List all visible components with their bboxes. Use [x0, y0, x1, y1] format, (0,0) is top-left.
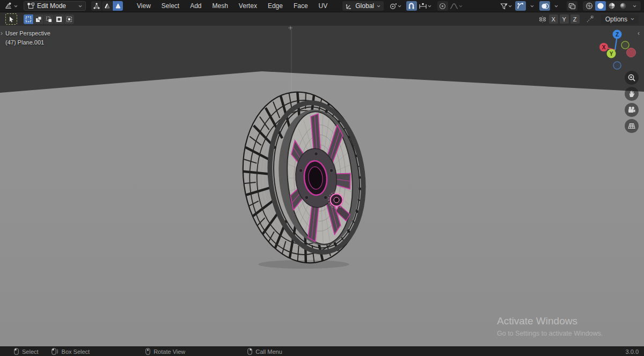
- overlays-dropdown[interactable]: [551, 1, 561, 11]
- select-extend-button[interactable]: [34, 14, 43, 24]
- mouse-middle-icon: [145, 348, 150, 355]
- edit-mode-icon: [27, 3, 34, 10]
- chevron-down-icon: [428, 5, 431, 8]
- menu-select[interactable]: Select: [156, 1, 185, 11]
- pan-button[interactable]: [625, 87, 639, 101]
- falloff-curve-icon: [450, 3, 458, 10]
- select-invert-icon: [56, 16, 62, 23]
- shading-rendered-button[interactable]: [618, 1, 628, 11]
- shading-dropdown[interactable]: [629, 1, 640, 11]
- edge-select-button[interactable]: [102, 1, 112, 11]
- object-visibility-dropdown[interactable]: [499, 1, 513, 11]
- mirror-z-button[interactable]: Z: [570, 14, 580, 24]
- status-box-select: Box Select: [52, 348, 90, 355]
- select-set-icon: [25, 16, 32, 23]
- navigation-gizmo[interactable]: Z X Y: [596, 29, 639, 72]
- select-extend-icon: [35, 16, 42, 23]
- axis-z-negative-ball[interactable]: [613, 62, 621, 69]
- hand-icon: [627, 90, 636, 98]
- menu-vertex[interactable]: Vertex: [233, 1, 262, 11]
- snap-toggle-button[interactable]: [406, 1, 417, 11]
- editor-3d-viewport-icon: [5, 2, 13, 10]
- viewport-canvas[interactable]: › ‹ User Perspective (47) Plane.001 Z X …: [0, 26, 644, 346]
- status-select-label: Select: [22, 348, 39, 355]
- select-mode-options: [24, 14, 74, 24]
- shading-wireframe-button[interactable]: [584, 1, 595, 11]
- chevron-down-icon: [633, 5, 636, 8]
- active-object-label: (47) Plane.001: [5, 39, 44, 46]
- axis-y-label: Y: [610, 51, 613, 57]
- solid-shading-icon: [597, 2, 604, 10]
- proportional-editing-button[interactable]: [437, 1, 448, 11]
- material-preview-shading-icon: [608, 2, 616, 10]
- shading-material-button[interactable]: [606, 1, 617, 11]
- menu-mesh[interactable]: Mesh: [207, 1, 233, 11]
- perspective-grid-icon: [627, 122, 636, 130]
- snap-symmetry-icon: [586, 16, 594, 23]
- mode-dropdown[interactable]: Edit Mode: [24, 1, 86, 11]
- menu-add[interactable]: Add: [185, 1, 207, 11]
- proportional-falloff-dropdown[interactable]: [449, 1, 464, 11]
- blender-window: Edit Mode View: [0, 0, 644, 356]
- zoom-icon: [627, 73, 636, 82]
- axis-x-negative-ball[interactable]: [627, 48, 636, 57]
- menubar: View Select Add Mesh Vertex Edge Face UV: [131, 1, 333, 11]
- show-gizmo-button[interactable]: [515, 1, 526, 11]
- overlays-icon: [541, 3, 549, 10]
- pivot-point-dropdown[interactable]: [389, 1, 402, 11]
- axis-y-negative-ball[interactable]: [621, 41, 629, 49]
- chevron-down-icon: [398, 5, 401, 8]
- mouse-left-drag-icon: [52, 348, 58, 355]
- orientation-icon: [346, 3, 353, 10]
- mirror-y-button[interactable]: Y: [560, 14, 569, 24]
- camera-view-button[interactable]: [625, 103, 639, 117]
- scene-3d-wheel[interactable]: [0, 26, 644, 346]
- zoom-button[interactable]: [625, 71, 639, 85]
- status-call-menu: Call Menu: [247, 348, 282, 355]
- status-rotate-view-label: Rotate View: [153, 348, 185, 355]
- xray-toggle-button[interactable]: [567, 1, 577, 11]
- options-label: Options: [605, 16, 627, 23]
- transform-orientation-dropdown[interactable]: Global: [342, 1, 384, 11]
- shading-solid-button[interactable]: [595, 1, 606, 11]
- select-set-button[interactable]: [24, 14, 33, 24]
- select-invert-button[interactable]: [54, 14, 64, 24]
- snap-to-symmetry-button[interactable]: [584, 14, 595, 24]
- options-dropdown[interactable]: Options: [601, 14, 639, 24]
- chevron-down-icon: [78, 5, 82, 8]
- mirror-symmetry-icon: [538, 16, 547, 23]
- gizmo-dropdown[interactable]: [526, 1, 537, 11]
- menu-uv[interactable]: UV: [313, 1, 333, 11]
- menu-view[interactable]: View: [131, 1, 156, 11]
- mouse-left-icon: [14, 348, 19, 355]
- snap-target-dropdown[interactable]: [418, 1, 433, 11]
- face-select-button[interactable]: [113, 1, 123, 11]
- wireframe-shading-icon: [586, 2, 593, 10]
- menu-face[interactable]: Face: [288, 1, 313, 11]
- orthographic-toggle-button[interactable]: [625, 119, 639, 133]
- snap-target-icon: [419, 3, 427, 10]
- show-overlays-button[interactable]: [539, 1, 550, 11]
- version-label: 3.0.0: [626, 348, 639, 355]
- menu-edge[interactable]: Edge: [262, 1, 288, 11]
- chevron-down-icon: [377, 5, 380, 8]
- pivot-point-icon: [390, 2, 397, 10]
- toolbar-region-toggle-icon[interactable]: ›: [1, 30, 3, 36]
- vertex-select-button[interactable]: [91, 1, 101, 11]
- editor-type-button[interactable]: [3, 1, 19, 11]
- viewport-header: Edit Mode View: [0, 0, 644, 12]
- edge-select-icon: [104, 3, 111, 9]
- shading-mode-group: [583, 1, 641, 11]
- tool-settings-bar: X Y Z Options: [0, 12, 644, 26]
- gizmo-icon: [517, 2, 524, 10]
- status-rotate-view: Rotate View: [145, 348, 185, 355]
- mouse-right-icon: [247, 348, 252, 355]
- active-tool-button[interactable]: [5, 13, 17, 25]
- magnet-icon: [408, 3, 415, 10]
- chevron-down-icon: [631, 18, 634, 20]
- mirror-x-button[interactable]: X: [549, 14, 558, 24]
- select-intersect-button[interactable]: [64, 14, 74, 24]
- select-intersect-icon: [66, 16, 72, 23]
- select-subtract-button[interactable]: [44, 14, 54, 24]
- chevron-down-icon: [459, 5, 463, 8]
